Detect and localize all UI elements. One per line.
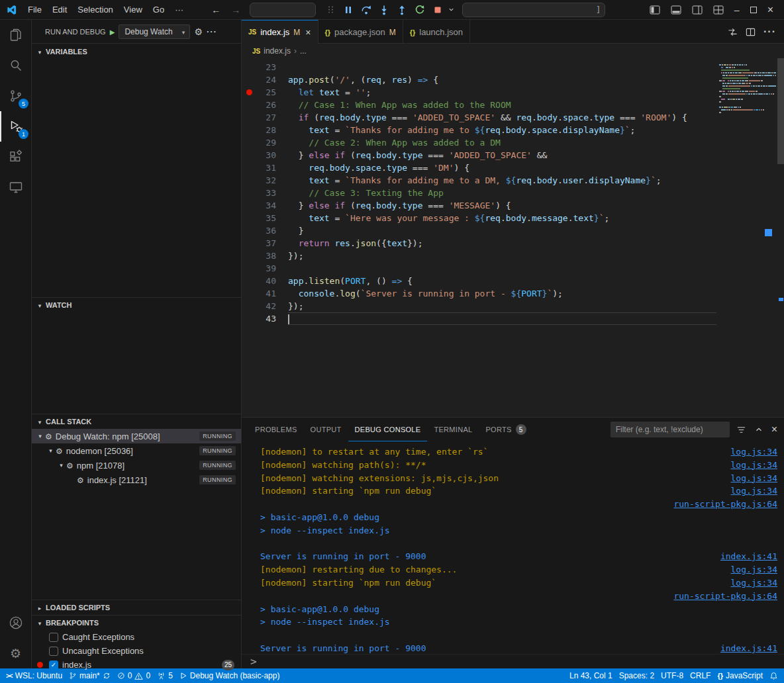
close-icon[interactable]: × xyxy=(767,4,773,16)
layout-sidebar-left-icon[interactable] xyxy=(650,5,660,15)
activity-source-control[interactable]: 5 xyxy=(0,81,31,111)
stop-dropdown-chevron-icon[interactable] xyxy=(448,6,456,13)
indentation-status[interactable]: Spaces: 2 xyxy=(616,668,658,683)
breakpoint-gutter[interactable] xyxy=(242,224,256,237)
panel-tab[interactable]: DEBUG CONSOLE xyxy=(348,418,428,441)
command-center-search[interactable] xyxy=(250,3,316,17)
console-input[interactable]: > xyxy=(242,654,784,668)
activity-explorer[interactable] xyxy=(0,20,31,50)
breadcrumb[interactable]: JS index.js ... xyxy=(242,44,784,58)
panel-tab[interactable]: TERMINAL xyxy=(427,418,479,441)
accounts-icon[interactable] xyxy=(0,608,31,638)
debug-gear-icon[interactable] xyxy=(194,26,203,37)
callstack-row[interactable]: ▾npm [21078]RUNNING xyxy=(32,458,241,473)
breakpoint-gutter[interactable] xyxy=(242,287,256,300)
encoding-status[interactable]: UTF-8 xyxy=(658,668,687,683)
callstack-row[interactable]: index.js [21121]RUNNING xyxy=(32,473,241,487)
back-arrow-icon[interactable]: ← xyxy=(211,5,220,15)
section-watch[interactable]: WATCH xyxy=(32,298,241,312)
cursor-position[interactable]: Ln 43, Col 1 xyxy=(566,668,616,683)
editor-tab[interactable]: {}launch.json xyxy=(403,20,470,44)
source-link[interactable]: log.js:34 xyxy=(731,563,777,576)
menu-item[interactable]: Selection xyxy=(72,5,118,15)
activity-extensions[interactable] xyxy=(0,142,31,172)
callstack-row[interactable]: ▾nodemon [25036]RUNNING xyxy=(32,443,241,458)
filter-lines-icon[interactable] xyxy=(736,425,746,435)
activity-run-debug[interactable]: 1 xyxy=(0,111,31,142)
editor-tab[interactable]: JSindex.jsM× xyxy=(242,20,318,44)
twisty-icon[interactable]: ▾ xyxy=(46,447,55,454)
breadcrumb-more[interactable]: ... xyxy=(300,46,307,56)
minimap[interactable] xyxy=(716,58,777,417)
breakpoint-gutter[interactable] xyxy=(242,149,256,161)
activity-search[interactable] xyxy=(0,50,31,81)
restart-icon[interactable] xyxy=(412,2,428,18)
breakpoint-checkbox[interactable]: ✓ xyxy=(49,660,58,670)
editor-tab[interactable]: {}package.jsonM xyxy=(318,20,403,44)
twisty-icon[interactable]: ▾ xyxy=(36,433,44,439)
breakpoint-gutter[interactable] xyxy=(242,250,256,262)
breakpoint-gutter[interactable] xyxy=(242,275,256,287)
menu-item[interactable]: Edit xyxy=(47,5,72,15)
section-variables[interactable]: VARIABLES xyxy=(32,44,241,60)
more-actions-icon[interactable] xyxy=(207,26,217,36)
breakpoint-gutter[interactable] xyxy=(242,312,256,325)
step-over-icon[interactable] xyxy=(358,2,374,18)
breakpoint-gutter[interactable] xyxy=(242,99,256,111)
breakpoint-gutter[interactable] xyxy=(242,124,256,136)
menu-item[interactable]: ··· xyxy=(170,5,189,15)
layout-sidebar-right-icon[interactable] xyxy=(692,5,703,15)
settings-gear-icon[interactable] xyxy=(0,638,31,668)
source-link[interactable]: log.js:34 xyxy=(731,472,777,485)
source-link[interactable]: index.js:41 xyxy=(720,550,777,563)
source-link[interactable]: log.js:34 xyxy=(731,576,777,590)
breakpoint-gutter[interactable] xyxy=(242,161,256,174)
breakpoint-gutter[interactable] xyxy=(242,111,256,124)
breakpoint-gutter[interactable] xyxy=(242,61,256,73)
breakpoint-gutter[interactable] xyxy=(242,187,256,199)
breakpoint-dot[interactable] xyxy=(242,86,256,99)
source-link[interactable]: log.js:34 xyxy=(731,445,777,459)
panel-close-icon[interactable]: × xyxy=(771,424,777,435)
panel-maximize-icon[interactable] xyxy=(754,425,763,434)
breakpoint-row[interactable]: Caught Exceptions xyxy=(32,630,241,644)
breakpoint-checkbox[interactable] xyxy=(49,633,58,642)
layout-customize-icon[interactable] xyxy=(713,5,724,15)
source-link[interactable]: index.js:41 xyxy=(720,642,777,654)
breakpoint-gutter[interactable] xyxy=(242,212,256,224)
step-into-icon[interactable] xyxy=(376,2,392,18)
pause-icon[interactable] xyxy=(340,2,356,18)
stop-icon[interactable] xyxy=(430,2,446,18)
breakpoint-gutter[interactable] xyxy=(242,237,256,250)
toolbar-grip-icon[interactable] xyxy=(322,2,338,18)
eol-status[interactable]: CRLF xyxy=(687,668,714,683)
menu-item[interactable]: Go xyxy=(148,5,170,15)
breakpoint-checkbox[interactable] xyxy=(49,647,58,656)
panel-tab[interactable]: PORTS5 xyxy=(479,418,532,441)
panel-tab[interactable]: PROBLEMS xyxy=(248,418,304,441)
breakpoint-row[interactable]: Uncaught Exceptions xyxy=(32,644,241,658)
callstack-row[interactable]: ▾Debug Watch: npm [25008]RUNNING xyxy=(32,429,241,443)
step-out-icon[interactable] xyxy=(394,2,410,18)
section-loaded-scripts[interactable]: LOADED SCRIPTS xyxy=(32,600,241,615)
scrollbar-thumb[interactable] xyxy=(777,58,784,164)
breakpoint-gutter[interactable] xyxy=(242,174,256,187)
panel-tab[interactable]: OUTPUT xyxy=(304,418,348,441)
section-call-stack[interactable]: CALL STACK xyxy=(32,414,241,429)
close-tab-icon[interactable]: × xyxy=(305,27,311,38)
breadcrumb-file[interactable]: index.js xyxy=(264,46,291,56)
section-breakpoints[interactable]: BREAKPOINTS xyxy=(32,615,241,630)
debug-config-dropdown[interactable]: Debug Watch xyxy=(119,24,190,39)
language-mode[interactable]: {} JavaScript xyxy=(714,668,766,683)
source-link[interactable]: run-script-pkg.js:64 xyxy=(673,590,777,603)
breakpoint-gutter[interactable] xyxy=(242,262,256,275)
open-changes-icon[interactable] xyxy=(728,27,738,37)
source-link[interactable]: log.js:34 xyxy=(731,484,777,498)
console-filter-input[interactable] xyxy=(611,422,730,437)
split-editor-icon[interactable] xyxy=(746,27,756,37)
source-link[interactable]: log.js:34 xyxy=(731,459,777,472)
menu-item[interactable]: View xyxy=(119,5,148,15)
twisty-icon[interactable]: ▾ xyxy=(57,462,66,469)
editor-scrollbar[interactable] xyxy=(777,58,784,417)
command-center-secondary[interactable]: ] xyxy=(462,3,605,17)
